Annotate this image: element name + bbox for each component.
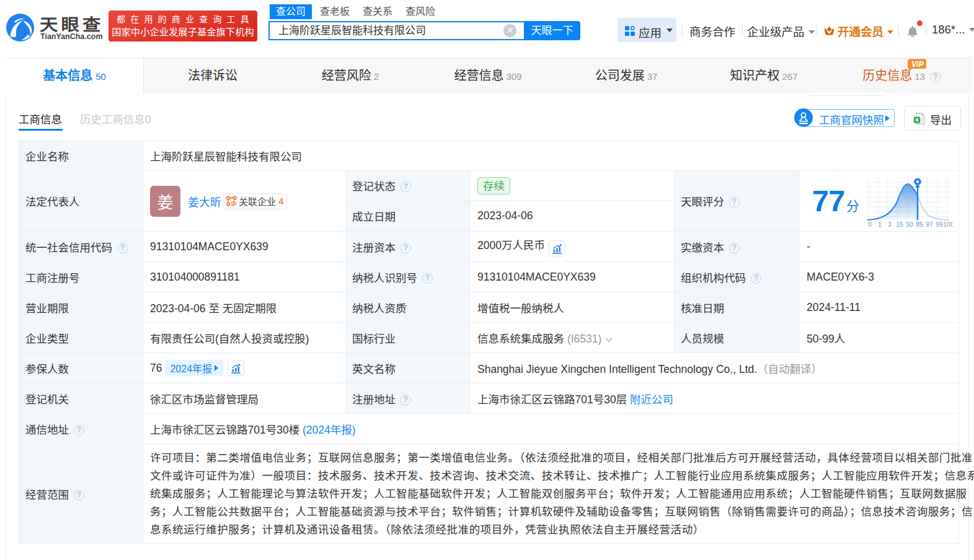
svg-text:3: 3 [888, 221, 892, 228]
svg-text:85: 85 [916, 221, 923, 228]
svg-text:15: 15 [896, 221, 903, 228]
svg-text:1: 1 [878, 221, 882, 228]
svg-text:VIP: VIP [911, 60, 924, 69]
svg-text:企: 企 [230, 200, 237, 206]
svg-text:99: 99 [936, 221, 943, 228]
svg-text:0: 0 [868, 221, 872, 228]
svg-text:50: 50 [906, 221, 913, 228]
svg-text:97: 97 [926, 221, 933, 228]
svg-text:100: 100 [943, 221, 953, 228]
